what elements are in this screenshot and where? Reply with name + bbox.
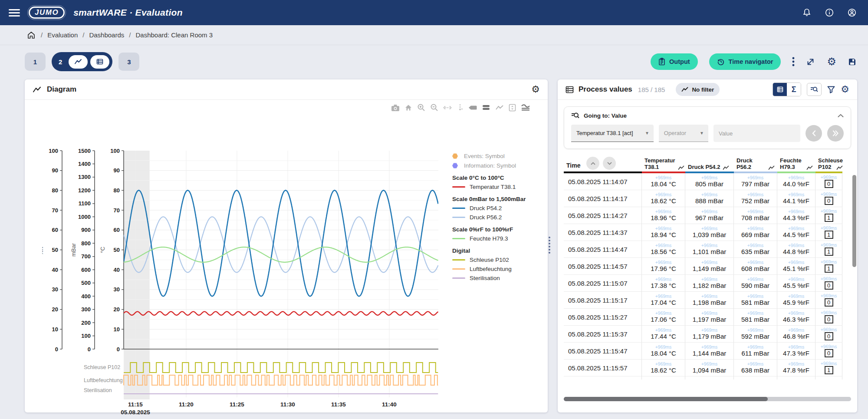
vertical-scrollbar-thumb[interactable] (852, 175, 856, 267)
goto-value-input[interactable] (713, 125, 800, 142)
table-row[interactable]: 05.08.2025 11:15:17+969ms17.04 °C+969ms1… (564, 292, 855, 309)
collapse-chevron-up-icon[interactable] (838, 114, 844, 118)
breadcrumb-item[interactable]: Dashboard: Clean Room 3 (135, 31, 213, 39)
svg-text:50: 50 (52, 247, 58, 253)
no-filter-chip[interactable]: No filter (676, 83, 720, 96)
column-header[interactable]: Druck P54.2 (685, 153, 734, 173)
time-navigator-button[interactable]: Time navigator (709, 53, 781, 70)
table-row[interactable]: 05.08.2025 11:15:57+969ms18.62 °C+969ms1… (564, 360, 855, 376)
value-cell: +969ms1 (815, 224, 842, 241)
goto-search-icon[interactable] (807, 83, 822, 96)
legend-item[interactable]: Temperatur T38.1 (452, 184, 546, 190)
table-row[interactable]: 05.08.2025 11:15:47+969ms18.04 °C+969ms1… (564, 343, 855, 360)
legend-item[interactable]: Sterilisation (452, 275, 546, 281)
tooltip-tag-icon[interactable] (468, 105, 477, 110)
legend-item[interactable]: Schleuse P102 (452, 257, 546, 263)
legend-item[interactable]: Feuchte H79.3 (452, 235, 546, 242)
spike-lines-icon[interactable] (457, 104, 464, 111)
zoom-in-icon[interactable] (417, 103, 425, 112)
account-icon[interactable] (847, 8, 857, 17)
table-view-toggle[interactable] (773, 83, 787, 96)
column-header[interactable]: Druck P56.2 (734, 153, 777, 173)
goto-channel-select[interactable]: Temperatur T38.1 [act]▼ (571, 125, 654, 142)
table-row[interactable]: 05.08.2025 11:14:57+969ms17.96 °C+969ms1… (564, 258, 855, 275)
more-options-kebab-icon[interactable] (792, 57, 795, 66)
breadcrumb-item[interactable]: Evaluation (47, 31, 78, 39)
info-icon[interactable] (825, 8, 834, 17)
goto-next-all-button[interactable] (827, 125, 844, 142)
column-header[interactable]: Schleuse P102 (815, 153, 842, 173)
table-rows-icon (566, 86, 574, 93)
table-row[interactable]: 05.08.2025 11:14:27+969ms18.96 °C+969ms9… (564, 207, 855, 224)
panel-resize-handle[interactable] (549, 237, 550, 254)
goto-operator-select[interactable]: Operator▼ (659, 125, 708, 142)
line-mode-icon[interactable] (495, 105, 504, 111)
legend-symbol-item[interactable]: Events: Symbol (452, 153, 546, 159)
legend-item[interactable]: Druck P54.2 (452, 205, 546, 211)
reset-home-icon[interactable] (404, 104, 412, 112)
goto-search-icon (571, 112, 579, 119)
tab-2-chart-view-toggle[interactable] (69, 55, 88, 69)
digital-value-box: 1 (825, 366, 833, 374)
diagram-settings-gear-icon[interactable]: ⚙ (531, 84, 540, 95)
svg-text:mBar: mBar (70, 243, 77, 257)
goto-previous-button[interactable] (806, 125, 822, 142)
column-header[interactable]: Temperatur T38.1 (642, 153, 685, 173)
snapshot-camera-icon[interactable] (391, 104, 400, 112)
process-settings-gear-icon[interactable]: ⚙ (841, 85, 849, 94)
row-count: 185 / 185 (638, 86, 665, 93)
time-cell (564, 376, 642, 379)
value-cell: +969ms0 (815, 326, 842, 343)
menu-icon[interactable] (9, 9, 20, 16)
svg-text:0: 0 (55, 346, 58, 353)
table-row[interactable]: 05.08.2025 11:14:07+969ms18.04 °C+969ms8… (564, 173, 855, 190)
fit-vertical-icon[interactable] (509, 104, 516, 112)
table-row[interactable]: +969ms+969ms+969ms+969ms+969ms (564, 376, 855, 379)
time-cell: 05.08.2025 11:15:57 (564, 360, 642, 376)
line-chart-icon (836, 165, 843, 170)
table-row[interactable]: 05.08.2025 11:14:17+969ms18.62 °C+969ms8… (564, 190, 855, 207)
breadcrumb-separator: / (129, 31, 131, 39)
horizontal-scrollbar[interactable] (564, 397, 851, 401)
fullscreen-expand-icon[interactable] (806, 57, 815, 66)
breadcrumb-item[interactable]: Dashboards (89, 31, 124, 39)
save-icon[interactable] (848, 57, 857, 66)
value-cell: +969ms581 mBar (734, 292, 777, 309)
table-row[interactable]: 05.08.2025 11:15:27+969ms17.06 °C+969ms1… (564, 309, 855, 326)
stacked-waves-icon[interactable] (521, 104, 530, 111)
settings-gear-icon[interactable]: ⚙ (827, 57, 836, 66)
compare-data-icon[interactable] (482, 104, 490, 111)
table-row[interactable]: 05.08.2025 11:15:37+969ms17.44 °C+969ms1… (564, 326, 855, 343)
column-header[interactable]: Feuchte H79.3 (777, 153, 815, 173)
svg-text:20: 20 (114, 306, 120, 313)
tab-2-active[interactable]: 2 (52, 52, 112, 71)
notifications-bell-icon[interactable] (802, 8, 812, 17)
output-button[interactable]: Output (651, 53, 698, 70)
legend-group-header: Scale 0mBar to 1,500mBar (452, 196, 546, 202)
legend-symbol-item[interactable]: Information: Symbol (452, 162, 546, 169)
table-row[interactable]: 05.08.2025 11:14:47+969ms18.56 °C+969ms1… (564, 241, 855, 258)
column-header[interactable]: Time (564, 153, 642, 173)
value-cell: +969ms17.04 °C (642, 292, 685, 309)
table-row[interactable]: 05.08.2025 11:14:37+969ms18.94 °C+969ms1… (564, 224, 855, 241)
svg-text:50: 50 (114, 247, 120, 253)
table-row[interactable]: 05.08.2025 11:15:07+969ms17.38 °C+969ms1… (564, 275, 855, 292)
value-cell: +969ms1 (815, 258, 842, 275)
tab-3[interactable]: 3 (118, 53, 139, 71)
tab-1[interactable]: 1 (25, 53, 46, 71)
sort-up-button[interactable] (586, 157, 599, 170)
legend-item[interactable]: Luftbefeuchtung (452, 266, 546, 272)
tab-2-table-view-toggle[interactable] (90, 55, 109, 69)
value-cell: +969ms46.3 %rF (777, 309, 815, 326)
legend-item[interactable]: Druck P56.2 (452, 214, 546, 221)
breadcrumb-separator: / (41, 31, 43, 39)
svg-text:11:15: 11:15 (128, 401, 143, 408)
horizontal-scrollbar-thumb[interactable] (564, 397, 768, 401)
filter-funnel-icon[interactable] (827, 86, 835, 93)
home-icon[interactable] (27, 31, 36, 40)
legend-line-swatch (452, 186, 465, 188)
statistics-sigma-toggle[interactable]: Σ (787, 83, 801, 96)
sort-down-button[interactable] (603, 157, 616, 170)
autoscale-icon[interactable] (443, 105, 452, 111)
zoom-out-icon[interactable] (430, 103, 438, 112)
